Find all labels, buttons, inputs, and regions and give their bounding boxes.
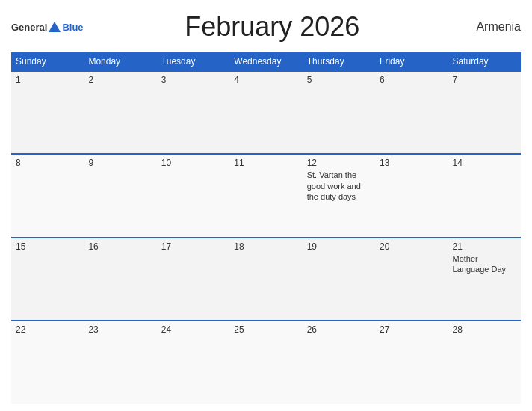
dow-saturday: Saturday — [448, 52, 521, 71]
calendar-cell: 6 — [375, 71, 448, 154]
calendar-cell: 3 — [157, 71, 229, 154]
calendar-cell: 9 — [84, 154, 156, 237]
calendar-cell: 17 — [157, 238, 229, 321]
calendar-cell: 15 — [11, 238, 84, 321]
day-number: 9 — [88, 158, 152, 168]
day-number: 1 — [16, 75, 79, 85]
calendar-cell: 13 — [375, 154, 448, 237]
calendar-cell: 20 — [375, 238, 448, 321]
calendar-cell: 24 — [157, 321, 229, 404]
day-number: 23 — [88, 324, 152, 335]
calendar-cell: 11 — [229, 154, 302, 237]
day-number: 4 — [234, 75, 297, 85]
day-number: 12 — [307, 158, 371, 168]
day-number: 13 — [380, 158, 443, 168]
calendar-week-row: 89101112St. Vartan the good work and the… — [11, 154, 521, 237]
day-number: 14 — [453, 158, 516, 168]
country-label: Armenia — [461, 20, 521, 34]
calendar-cell: 2 — [84, 71, 156, 154]
day-number: 8 — [16, 158, 79, 168]
calendar-cell: 12St. Vartan the good work and the duty … — [303, 154, 375, 237]
dow-friday: Friday — [375, 52, 448, 71]
calendar-cell: 19 — [303, 238, 375, 321]
calendar-cell: 23 — [84, 321, 156, 404]
calendar-cell: 28 — [448, 321, 521, 404]
dow-sunday: Sunday — [11, 52, 84, 71]
day-number: 17 — [161, 241, 225, 252]
header: General Blue February 2026 Armenia — [11, 7, 521, 46]
calendar-header: Sunday Monday Tuesday Wednesday Thursday… — [11, 52, 521, 71]
day-number: 16 — [88, 241, 152, 252]
calendar-cell: 21Mother Language Day — [448, 238, 521, 321]
logo-general-text: General — [11, 22, 47, 33]
dow-tuesday: Tuesday — [157, 52, 229, 71]
calendar-cell: 18 — [229, 238, 302, 321]
day-number: 26 — [307, 324, 371, 335]
calendar-cell: 14 — [448, 154, 521, 237]
day-number: 10 — [161, 158, 225, 168]
day-number: 24 — [161, 324, 225, 335]
day-number: 27 — [380, 324, 443, 335]
calendar-table: Sunday Monday Tuesday Wednesday Thursday… — [11, 52, 521, 404]
dow-thursday: Thursday — [303, 52, 375, 71]
day-number: 5 — [307, 75, 371, 85]
event-label: St. Vartan the good work and the duty da… — [307, 170, 361, 201]
day-number: 28 — [453, 324, 516, 335]
calendar-cell: 7 — [448, 71, 521, 154]
dow-monday: Monday — [84, 52, 156, 71]
page: General Blue February 2026 Armenia Sunda… — [0, 0, 532, 411]
calendar-cell: 25 — [229, 321, 302, 404]
logo-triangle-icon — [49, 22, 61, 32]
page-title: February 2026 — [84, 11, 461, 43]
day-number: 22 — [16, 324, 79, 335]
logo-blue-text: Blue — [62, 22, 83, 33]
event-label: Mother Language Day — [453, 254, 507, 274]
calendar-cell: 16 — [84, 238, 156, 321]
calendar-cell: 8 — [11, 154, 84, 237]
calendar-cell: 4 — [229, 71, 302, 154]
calendar-body: 123456789101112St. Vartan the good work … — [11, 71, 521, 404]
day-number: 19 — [307, 241, 371, 252]
calendar-cell: 5 — [303, 71, 375, 154]
calendar-cell: 1 — [11, 71, 84, 154]
calendar-cell: 27 — [375, 321, 448, 404]
calendar-cell: 10 — [157, 154, 229, 237]
day-number: 21 — [453, 241, 516, 252]
calendar-week-row: 1234567 — [11, 71, 521, 154]
day-number: 2 — [88, 75, 152, 85]
day-number: 20 — [380, 241, 443, 252]
day-number: 6 — [380, 75, 443, 85]
days-of-week-row: Sunday Monday Tuesday Wednesday Thursday… — [11, 52, 521, 71]
logo: General Blue — [11, 22, 84, 33]
day-number: 7 — [453, 75, 516, 85]
calendar-week-row: 15161718192021Mother Language Day — [11, 238, 521, 321]
day-number: 15 — [16, 241, 79, 252]
day-number: 18 — [234, 241, 297, 252]
day-number: 25 — [234, 324, 297, 335]
day-number: 11 — [234, 158, 297, 168]
calendar-cell: 26 — [303, 321, 375, 404]
day-number: 3 — [161, 75, 225, 85]
calendar-cell: 22 — [11, 321, 84, 404]
calendar-week-row: 22232425262728 — [11, 321, 521, 404]
dow-wednesday: Wednesday — [229, 52, 302, 71]
